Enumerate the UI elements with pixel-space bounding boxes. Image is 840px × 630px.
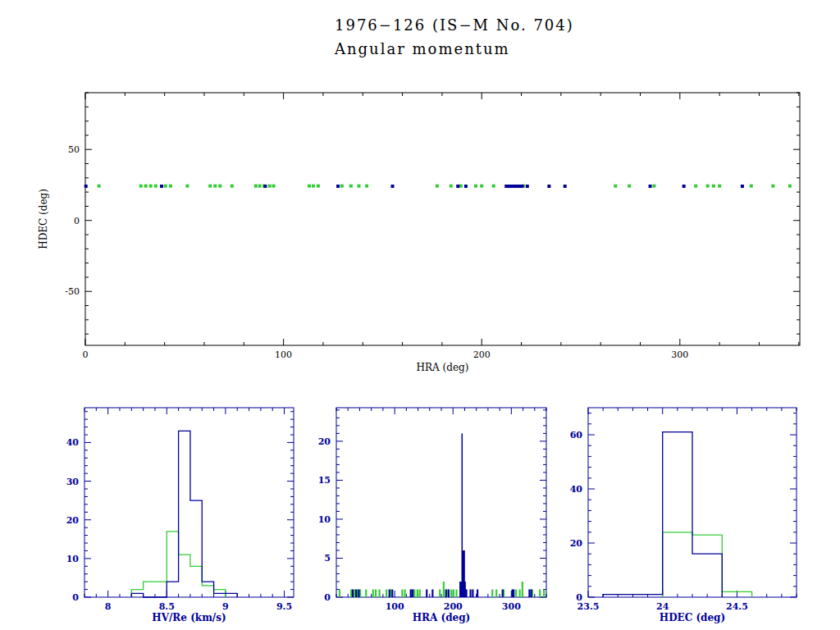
svg-text:40: 40	[570, 484, 583, 495]
plot-canvas: 1976−126 (IS−M No. 704) Angular momentum…	[0, 0, 840, 630]
svg-text:0: 0	[576, 592, 582, 603]
svg-text:60: 60	[570, 430, 583, 441]
svg-text:24: 24	[656, 601, 669, 612]
svg-text:HDEC (deg): HDEC (deg)	[660, 612, 725, 623]
svg-text:20: 20	[570, 538, 583, 549]
histogram-hdec: 23.52424.50204060HDEC (deg)	[0, 0, 840, 630]
svg-text:24.5: 24.5	[726, 601, 748, 612]
